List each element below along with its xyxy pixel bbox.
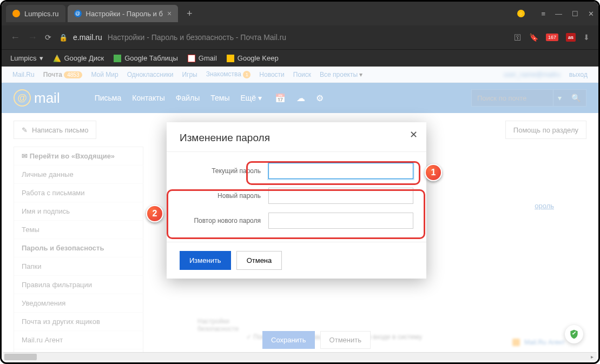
sidebar-item[interactable]: Темы	[14, 221, 143, 239]
nav-eshe[interactable]: Ещё ▾	[240, 94, 262, 102]
nav-temy[interactable]: Темы	[210, 94, 229, 102]
modal-title: Изменение пароля	[180, 132, 270, 143]
sidebar-item-active[interactable]: Пароль и безопасность	[14, 239, 143, 257]
horizontal-scrollbar[interactable]: ▸	[3, 352, 597, 361]
new-password-label: Новый пароль	[180, 192, 261, 200]
maximize-icon[interactable]: ☐	[572, 10, 578, 18]
menu-icon[interactable]: ≡	[541, 10, 545, 18]
mail-search[interactable]: ▾ 🔍	[471, 89, 586, 107]
key-icon[interactable]: ⚿	[514, 33, 522, 42]
mail-header: @ mail Письма Контакты Файлы Темы Ещё ▾ …	[2, 83, 598, 113]
sidebar-item[interactable]: Почта из других ящиков	[14, 313, 143, 331]
search-button-icon[interactable]: 🔍	[566, 90, 586, 106]
close-icon[interactable]: ×	[167, 9, 172, 18]
search-input[interactable]	[472, 94, 553, 102]
turbo-icon[interactable]: ⚡	[517, 10, 525, 17]
bookmark-lumpics[interactable]: Lumpics ▾	[10, 54, 43, 62]
close-icon[interactable]: ✕	[410, 129, 418, 141]
bg-password-link[interactable]: ороль	[535, 202, 554, 210]
repeat-password-input[interactable]	[268, 213, 413, 229]
agent-icon	[512, 339, 520, 346]
drive-icon	[53, 55, 61, 62]
extension-badge[interactable]: 167	[546, 34, 558, 41]
topbar-novosti[interactable]: Новости	[259, 71, 284, 78]
current-password-label: Текущий пароль	[180, 167, 261, 175]
topbar-vseproekty[interactable]: Все проекты ▾	[320, 71, 362, 78]
submit-button[interactable]: Изменить	[180, 251, 231, 270]
keep-icon	[227, 55, 234, 62]
bookmark-icon[interactable]: 🔖	[529, 33, 538, 42]
lock-icon: 🔒	[59, 34, 68, 42]
compose-icon: ✎	[22, 126, 28, 134]
reload-icon[interactable]: ⟳	[45, 33, 51, 42]
marker-2: 2	[146, 205, 163, 222]
topbar-user[interactable]: user_name@mailru	[504, 71, 561, 78]
mailru-topbar: Mail.Ru Почта 4853 Мой Мир Одноклассники…	[2, 67, 598, 83]
bookmarks-bar: Lumpics ▾ Google Диск Google Таблицы Gma…	[2, 49, 598, 67]
minimize-icon[interactable]: ―	[555, 10, 562, 18]
bookmark-gdrive[interactable]: Google Диск	[53, 54, 104, 62]
settings-sidebar: ✉ Перейти во «Входящие» Личные данные Ра…	[14, 147, 143, 364]
sidebar-item[interactable]: Mail.ru Агент	[14, 331, 143, 349]
address-bar: ← → ⟳ 🔒 e.mail.ru Настройки - Пароль и б…	[2, 25, 598, 49]
sidebar-item[interactable]: Имя и подпись	[14, 202, 143, 221]
bookmark-gmail[interactable]: Gmail	[188, 54, 217, 62]
scrollbar-thumb[interactable]	[4, 354, 37, 360]
download-icon[interactable]: ⬇	[583, 33, 590, 42]
nav-faily[interactable]: Файлы	[176, 94, 200, 102]
cloud-icon[interactable]: ☁	[296, 93, 305, 103]
bookmark-gsheets[interactable]: Google Таблицы	[114, 54, 178, 62]
chevron-down-icon: ▾	[39, 54, 43, 62]
topbar-moymir[interactable]: Мой Мир	[91, 71, 118, 78]
url-box[interactable]: 🔒 e.mail.ru Настройки - Пароль и безопас…	[59, 33, 506, 42]
gear-icon[interactable]: ⚙	[316, 93, 324, 103]
sidebar-item[interactable]: Работа с письмами	[14, 184, 143, 202]
sidebar-item[interactable]: Уведомления	[14, 294, 143, 313]
nav-pisma[interactable]: Письма	[95, 94, 122, 102]
browser-titlebar: Lumpics.ru @ Настройки - Пароль и б × + …	[2, 2, 598, 25]
nav-kontakty[interactable]: Контакты	[132, 94, 164, 102]
url-path: Настройки - Пароль и безопасность - Почт…	[108, 33, 286, 42]
bg-save-button[interactable]: Сохранить	[262, 331, 315, 349]
sidebar-item[interactable]: Личные данные	[14, 166, 143, 184]
new-password-input[interactable]	[268, 188, 413, 204]
topbar-igry[interactable]: Игры	[182, 71, 197, 78]
cancel-button[interactable]: Отмена	[236, 251, 282, 270]
sidebar-item[interactable]: Правила фильтрации	[14, 276, 143, 294]
tab-label: Lumpics.ru	[24, 10, 59, 18]
topbar-znakomstva[interactable]: Знакомства 1	[206, 70, 251, 78]
topbar-poisk[interactable]: Поиск	[293, 71, 311, 78]
topbar-mailru[interactable]: Mail.Ru	[12, 71, 35, 78]
sheets-icon	[114, 55, 121, 62]
marker-1: 1	[425, 164, 442, 181]
back-icon[interactable]: ←	[10, 32, 20, 43]
favicon-icon: @	[74, 10, 82, 17]
change-password-modal: Изменение пароля ✕ Текущий пароль Новый …	[167, 122, 426, 279]
topbar-odnoklassniki[interactable]: Одноклассники	[127, 71, 174, 78]
tab-label: Настройки - Пароль и б	[86, 10, 163, 18]
forward-icon: →	[28, 32, 37, 43]
close-window-icon[interactable]: ✕	[588, 10, 594, 18]
bg-agent: Mail.Ru Агент	[512, 339, 565, 346]
current-password-input[interactable]	[268, 163, 413, 179]
new-tab-button[interactable]: +	[180, 8, 199, 19]
topbar-exit[interactable]: выход	[569, 71, 588, 78]
compose-button[interactable]: ✎ Написать письмо	[14, 121, 96, 139]
tab-settings[interactable]: @ Настройки - Пароль и б ×	[68, 5, 179, 22]
adguard-icon[interactable]	[565, 325, 583, 343]
search-dropdown-icon[interactable]: ▾	[553, 90, 566, 106]
mail-logo[interactable]: @ mail	[14, 89, 60, 107]
tab-lumpics[interactable]: Lumpics.ru	[6, 5, 65, 22]
url-host: e.mail.ru	[73, 33, 102, 42]
extension-as[interactable]: as	[566, 33, 576, 42]
gmail-icon	[188, 55, 195, 62]
sidebar-inbox[interactable]: ✉ Перейти во «Входящие»	[14, 147, 143, 166]
at-icon: @	[14, 89, 31, 107]
bookmark-gkeep[interactable]: Google Keep	[227, 54, 279, 62]
calendar-icon[interactable]: 📅	[275, 93, 286, 103]
scroll-right-icon[interactable]: ▸	[588, 354, 596, 360]
sidebar-item[interactable]: Папки	[14, 257, 143, 276]
favicon-icon	[12, 10, 20, 17]
topbar-pochta[interactable]: Почта 4853	[43, 71, 83, 78]
bg-cancel-button[interactable]: Отменить	[320, 331, 371, 349]
